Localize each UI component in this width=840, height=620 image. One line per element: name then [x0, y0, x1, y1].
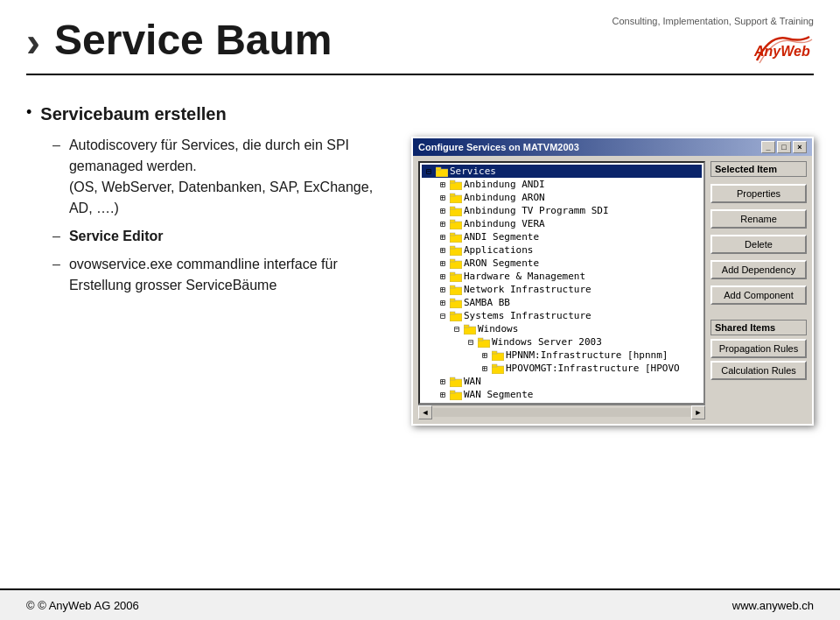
right-panel: Selected Item Properties Rename Delete A… — [710, 161, 807, 419]
folder-icon-services — [436, 166, 448, 177]
expand-icon: ⊟ — [438, 311, 448, 321]
folder-icon — [450, 206, 462, 216]
tree-container: ⊟ Services ⊞ Anbindung ANDI ⊞ — [418, 161, 705, 419]
dialog-controls: _ □ × — [761, 141, 807, 153]
tree-label: ANDI Segmente — [464, 231, 539, 243]
svg-rect-36 — [450, 391, 455, 393]
tree-label: Network Infrastructure — [464, 284, 592, 295]
dialog-body: ⊟ Services ⊞ Anbindung ANDI ⊞ — [413, 156, 812, 424]
folder-icon — [450, 258, 462, 269]
svg-rect-17 — [450, 274, 462, 282]
tree-label: WAN Segmente — [464, 389, 533, 400]
folder-icon — [492, 363, 504, 374]
tree-item-network[interactable]: ⊞ Network Infrastructure — [436, 283, 702, 296]
tree-item-hardware[interactable]: ⊞ Hardware & Management — [436, 270, 702, 283]
add-dependency-button[interactable]: Add Dependency — [710, 260, 807, 279]
dialog-title: Configure Services on MATVM2003 — [418, 142, 579, 152]
folder-icon — [450, 285, 462, 295]
svg-rect-24 — [450, 312, 455, 314]
sub-text-1: Autodiscovery für Services, die durch ei… — [69, 135, 394, 219]
svg-rect-35 — [450, 392, 462, 400]
properties-button[interactable]: Properties — [710, 184, 807, 203]
tree-item-anbindung-andi[interactable]: ⊞ Anbindung ANDI — [436, 178, 702, 191]
tree-item-samba[interactable]: ⊞ SAMBA BB — [436, 296, 702, 309]
svg-rect-13 — [450, 248, 462, 256]
folder-icon — [450, 245, 462, 256]
expand-icon: ⊞ — [438, 271, 448, 281]
tree-label: Windows — [478, 323, 518, 335]
chevron-icon: › — [26, 21, 40, 63]
tree-item-hpovomgt[interactable]: ⊞ HPOVOMGT:Infrastructure [HPOVO — [478, 362, 702, 375]
tree-item-andi-segmente[interactable]: ⊞ ANDI Segmente — [436, 230, 702, 243]
configure-services-dialog: Configure Services on MATVM2003 _ □ × ⊟ — [411, 137, 814, 426]
calculation-rules-button[interactable]: Calculation Rules — [710, 361, 807, 380]
tree-item-ws2003[interactable]: ⊟ Windows Server 2003 — [464, 335, 702, 349]
expand-services: ⊟ — [424, 166, 434, 176]
expand-icon: ⊞ — [438, 245, 448, 255]
scroll-left-button[interactable]: ◄ — [418, 405, 432, 419]
svg-rect-33 — [450, 379, 462, 387]
tree-label: HPOVOMGT:Infrastructure [HPOVO — [506, 363, 680, 374]
svg-rect-20 — [450, 285, 455, 288]
minimize-button[interactable]: _ — [761, 141, 775, 153]
svg-rect-2 — [436, 167, 441, 170]
tree-item-applications[interactable]: ⊞ Applications — [436, 243, 702, 257]
scroll-right-button[interactable]: ► — [691, 405, 705, 419]
tree-item-hpnnm[interactable]: ⊞ HPNNM:Infrastructure [hpnnm] — [478, 349, 702, 362]
folder-icon — [464, 324, 476, 335]
svg-rect-27 — [478, 340, 490, 348]
svg-rect-18 — [450, 272, 455, 275]
tree-item-tv-programm[interactable]: ⊞ Anbindung TV Programm SDI — [436, 204, 702, 217]
close-button[interactable]: × — [793, 141, 807, 153]
horizontal-scrollbar[interactable]: ◄ ► — [418, 405, 705, 419]
svg-rect-5 — [450, 195, 462, 203]
tree-label: Systems Infrastructure — [464, 310, 592, 321]
tree-item-services[interactable]: ⊟ Services — [422, 165, 702, 178]
folder-icon — [450, 271, 462, 282]
expand-icon: ⊟ — [466, 337, 476, 347]
maximize-button[interactable]: □ — [777, 141, 791, 153]
folder-icon — [450, 390, 462, 400]
bullet-dot: • — [26, 102, 32, 123]
tree-item-anbindung-aron[interactable]: ⊞ Anbindung ARON — [436, 191, 702, 204]
svg-rect-4 — [450, 180, 455, 183]
folder-icon — [450, 298, 462, 308]
logo-box: AnyWeb — [752, 30, 814, 65]
header-right: Consulting, Implementation, Support & Tr… — [612, 16, 814, 65]
copyright-icon: © — [26, 599, 35, 612]
tree-label: WAN — [464, 376, 481, 387]
svg-rect-3 — [450, 182, 462, 190]
tree-label: Anbindung ARON — [464, 192, 545, 203]
expand-icon: ⊞ — [480, 350, 490, 360]
svg-rect-21 — [450, 300, 462, 308]
tree-item-wan[interactable]: ⊞ WAN — [436, 375, 702, 388]
svg-rect-11 — [450, 235, 462, 243]
scrollbar-track[interactable] — [433, 408, 690, 417]
folder-icon — [450, 232, 462, 243]
svg-rect-30 — [492, 351, 497, 354]
expand-icon: ⊞ — [438, 390, 448, 399]
tree-label: Applications — [464, 244, 533, 256]
svg-rect-6 — [450, 194, 455, 196]
sub-item-2: – Service Editor — [52, 226, 394, 247]
sub-item-1-text: Autodiscovery für Services, die durch ei… — [69, 137, 349, 173]
tree-label: ARON Segmente — [464, 257, 539, 269]
content-area: • Servicebaum erstellen – Autodiscovery … — [0, 75, 840, 426]
sub-item-3: – ovowservice.exe commandline interface … — [52, 254, 394, 296]
bullet-list: • Servicebaum erstellen – Autodiscovery … — [26, 102, 394, 426]
propagation-rules-button[interactable]: Propagation Rules — [710, 339, 807, 358]
expand-icon: ⊟ — [452, 324, 462, 334]
tree-scroll[interactable]: ⊟ Services ⊞ Anbindung ANDI ⊞ — [420, 163, 704, 403]
rename-button[interactable]: Rename — [710, 209, 807, 229]
tree-item-systems[interactable]: ⊟ Systems Infrastructure — [436, 309, 702, 322]
sub-item-2-text: Service Editor — [69, 226, 164, 247]
tree-item-windows[interactable]: ⊟ Windows — [450, 322, 702, 335]
tree-item-wan-segmente[interactable]: ⊞ WAN Segmente — [436, 388, 702, 401]
delete-button[interactable]: Delete — [710, 235, 807, 254]
dash-1: – — [52, 135, 60, 156]
tree-item-vera[interactable]: ⊞ Anbindung VERA — [436, 217, 702, 230]
tree-item-aron-segmente[interactable]: ⊞ ARON Segmente — [436, 257, 702, 270]
add-component-button[interactable]: Add Component — [710, 285, 807, 305]
header: › Service Baum Consulting, Implementatio… — [0, 0, 840, 65]
tree-panel[interactable]: ⊟ Services ⊞ Anbindung ANDI ⊞ — [418, 161, 705, 405]
